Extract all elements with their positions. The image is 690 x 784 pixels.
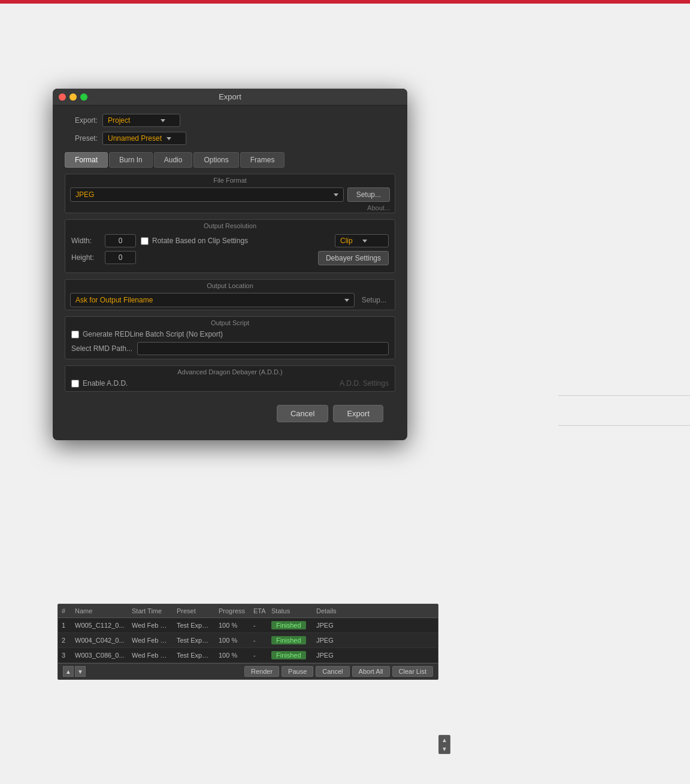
dialog-body: Export: Project Preset: Unnamed Preset F… <box>53 105 407 440</box>
pause-button[interactable]: Pause <box>282 666 313 677</box>
file-format-label: File Format <box>65 174 395 185</box>
clear-list-button[interactable]: Clear List <box>392 666 433 677</box>
row2-eta: - <box>250 635 268 645</box>
divider-bottom <box>558 425 690 426</box>
top-accent-bar <box>0 0 690 4</box>
rmd-row: Select RMD Path... <box>65 341 395 359</box>
export-button[interactable]: Export <box>333 405 383 422</box>
queue-row[interactable]: 2 W004_C042_0... Wed Feb 25 10:3... Test… <box>58 633 438 648</box>
queue-col-eta: ETA <box>250 606 268 616</box>
export-dialog: Export Export: Project Preset: Unnamed P… <box>53 89 407 440</box>
preset-value: Unnamed Preset <box>108 134 162 143</box>
queue-up-button[interactable]: ▲ <box>63 666 74 677</box>
height-input[interactable] <box>105 251 136 264</box>
output-script-label: Output Script <box>65 317 395 328</box>
row2-status-badge: Finished <box>271 636 306 644</box>
location-setup-link[interactable]: Setup... <box>358 296 390 304</box>
output-resolution-label: Output Resolution <box>65 220 395 231</box>
scroll-up-arrow[interactable]: ▲ <box>439 735 450 744</box>
queue-col-time: Start Time <box>128 606 173 616</box>
dialog-titlebar: Export <box>53 89 407 105</box>
location-dropdown[interactable]: Ask for Output Filename <box>70 293 355 307</box>
row1-eta: - <box>250 620 268 630</box>
debayer-settings-button[interactable]: Debayer Settings <box>318 251 389 265</box>
tab-burnin[interactable]: Burn In <box>109 152 153 168</box>
queue-nav: ▲ ▼ <box>63 666 86 677</box>
queue-col-num: # <box>58 606 71 616</box>
close-button[interactable] <box>59 93 66 101</box>
export-dropdown-arrow <box>161 119 165 122</box>
width-input[interactable] <box>105 234 136 247</box>
add-section: Advanced Dragon Debayer (A.D.D.) Enable … <box>65 365 395 392</box>
rmd-path-label: Select RMD Path... <box>71 344 132 353</box>
row3-preset: Test Export Preset <box>173 650 215 660</box>
tab-frames[interactable]: Frames <box>240 152 285 168</box>
output-location-section: Output Location Ask for Output Filename … <box>65 279 395 310</box>
row2-name: W004_C042_0... <box>71 635 128 645</box>
resolution-content: Width: Rotate Based on Clip Settings Hei… <box>65 231 395 273</box>
dialog-title: Export <box>219 92 241 101</box>
bottom-scroll-control: ▲ ▼ <box>438 735 450 754</box>
tab-options[interactable]: Options <box>193 152 238 168</box>
row3-eta: - <box>250 650 268 660</box>
generate-script-checkbox[interactable] <box>71 331 79 338</box>
output-location-row: Ask for Output Filename Setup... <box>65 290 395 310</box>
render-button[interactable]: Render <box>244 666 279 677</box>
tab-format[interactable]: Format <box>65 152 108 168</box>
rotate-checkbox[interactable] <box>141 237 149 245</box>
export-field-row: Export: Project <box>65 114 395 127</box>
rmd-path-input[interactable] <box>137 342 389 355</box>
queue-col-name: Name <box>71 606 128 616</box>
queue-col-preset: Preset <box>173 606 215 616</box>
queue-row[interactable]: 1 W005_C112_0... Wed Feb 25 10:3... Test… <box>58 618 438 633</box>
clip-value: Clip <box>340 237 353 245</box>
clip-dropdown[interactable]: Clip <box>335 234 389 247</box>
setup-button[interactable]: Setup... <box>347 187 390 202</box>
row1-progress: 100 % <box>215 620 250 630</box>
generate-script-label: Generate REDLine Batch Script (No Export… <box>83 330 223 338</box>
row3-status: Finished <box>268 650 313 661</box>
queue-cancel-button[interactable]: Cancel <box>316 666 349 677</box>
location-dropdown-arrow <box>344 299 349 302</box>
row2-preset: Test Export Preset <box>173 635 215 645</box>
row1-time: Wed Feb 25 10:3... <box>128 620 173 630</box>
enable-add-label: Enable A.D.D. <box>83 379 128 388</box>
row2-details: JPEG <box>313 635 361 645</box>
rotate-row: Rotate Based on Clip Settings <box>141 237 248 245</box>
queue-footer: ▲ ▼ Render Pause Cancel Abort All Clear … <box>58 663 438 679</box>
tabs-row: Format Burn In Audio Options Frames <box>65 152 395 168</box>
preset-dropdown-arrow <box>167 137 171 140</box>
minimize-button[interactable] <box>69 93 77 101</box>
maximize-button[interactable] <box>80 93 87 101</box>
about-button[interactable]: About... <box>65 203 395 213</box>
export-label: Export: <box>65 116 98 125</box>
width-row: Width: Rotate Based on Clip Settings <box>71 234 248 247</box>
tab-audio[interactable]: Audio <box>154 152 193 168</box>
preset-label: Preset: <box>65 134 98 143</box>
queue-row[interactable]: 3 W003_C086_0... Wed Feb 25 10:0... Test… <box>58 648 438 663</box>
queue-down-button[interactable]: ▼ <box>75 666 86 677</box>
height-row: Height: <box>71 251 248 264</box>
queue-action-buttons: Render Pause Cancel Abort All Clear List <box>244 666 433 677</box>
row3-name: W003_C086_0... <box>71 650 128 660</box>
row3-status-badge: Finished <box>271 651 306 659</box>
cancel-button[interactable]: Cancel <box>277 405 328 422</box>
scroll-down-arrow[interactable]: ▼ <box>439 744 450 753</box>
export-value: Project <box>108 116 130 125</box>
enable-add-checkbox[interactable] <box>71 380 79 388</box>
row2-progress: 100 % <box>215 635 250 645</box>
export-dropdown[interactable]: Project <box>102 114 180 127</box>
format-select[interactable]: JPEG <box>70 187 344 202</box>
preset-dropdown[interactable]: Unnamed Preset <box>102 132 186 145</box>
height-label: Height: <box>71 253 100 262</box>
generate-script-row: Generate REDLine Batch Script (No Export… <box>65 328 395 341</box>
queue-col-progress: Progress <box>215 606 250 616</box>
divider-top <box>558 395 690 396</box>
add-left: Enable A.D.D. <box>71 379 128 388</box>
format-value: JPEG <box>75 190 94 199</box>
file-format-row: JPEG Setup... <box>65 185 395 203</box>
row2-status: Finished <box>268 635 313 646</box>
abort-all-button[interactable]: Abort All <box>352 666 390 677</box>
add-row: Enable A.D.D. A.D.D. Settings <box>65 377 395 391</box>
preset-field-row: Preset: Unnamed Preset <box>65 132 395 145</box>
